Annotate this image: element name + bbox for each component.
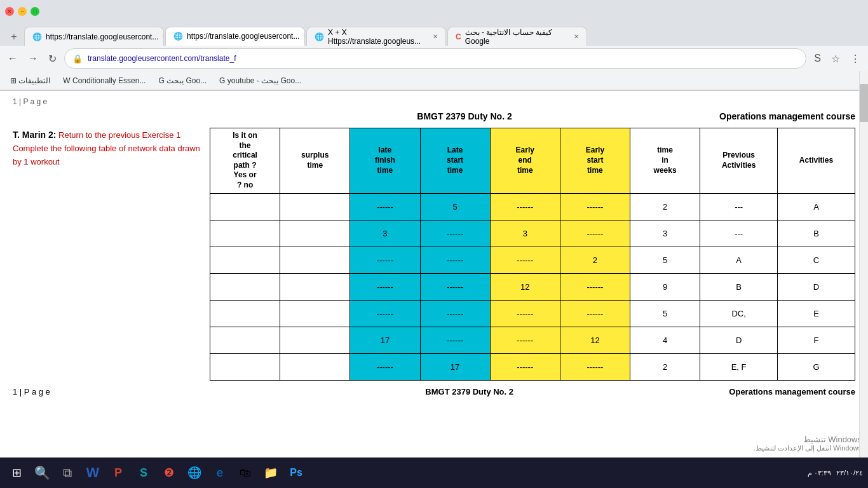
scrollbar-thumb[interactable] (860, 84, 868, 122)
refresh-button[interactable]: ↻ (46, 50, 59, 67)
cell-critical (210, 247, 280, 273)
page-footer: 1 | P a g e (13, 387, 50, 396)
task-label: T. Marin 2: (13, 130, 56, 140)
cell-early_start: 2 (560, 247, 630, 273)
cell-activities: C (778, 247, 855, 273)
tab-favicon: 🌐 (173, 32, 183, 41)
taskbar-taskview[interactable]: ⧉ (56, 461, 79, 484)
cell-time_weeks: 3 (630, 220, 700, 247)
tab-label: كيفية حساب الانتاجية - بحث Google (465, 28, 570, 46)
bookmark-apps[interactable]: ⊞ التطبيقات (5, 75, 55, 86)
title-bar: ✕ − □ (0, 0, 868, 23)
tab-1[interactable]: 🌐 https://translate.googleusercont... ✕ (24, 27, 164, 46)
cell-prev_activities: A (700, 247, 778, 273)
window-controls: ✕ − □ (5, 7, 39, 16)
cell-early_start: ------ (560, 300, 630, 327)
menu-button[interactable]: ⋮ (848, 50, 863, 67)
taskbar-word[interactable]: W (81, 461, 104, 484)
cell-early_end: ------ (490, 353, 560, 380)
header-time-weeks: timeinweeks (630, 128, 700, 194)
cell-early_end: ------ (490, 300, 560, 327)
url-box[interactable]: 🔒 translate.googleusercontent.com/transl… (64, 48, 806, 69)
windows-activation: تنشيط Windows .انتقل إلى الإعدادت لتنشيط… (754, 435, 862, 452)
taskbar: ⊞ 🔍 ⧉ W P S ❷ 🌐 e 🛍 📁 (0, 458, 868, 488)
close-button[interactable]: ✕ (5, 7, 14, 16)
cell-prev_activities: --- (700, 220, 778, 247)
cell-surplus (280, 300, 350, 327)
cell-critical (210, 220, 280, 247)
url-text: translate.googleusercontent.com/translat… (88, 54, 798, 63)
tab-favicon: 🌐 (315, 32, 324, 41)
start-button[interactable]: ⊞ (5, 461, 28, 484)
cell-late_finish: ------ (350, 353, 420, 380)
cell-late_finish: ------ (350, 300, 420, 327)
bookmarks-bar: ⊞ التطبيقات W Conditionally Essen... G ي… (0, 71, 868, 90)
maximize-button[interactable]: □ (31, 7, 39, 16)
tab-close-icon[interactable]: ✕ (303, 33, 305, 40)
taskbar-store[interactable]: 🛍 (234, 461, 257, 484)
minimize-button[interactable]: − (18, 7, 27, 16)
header-early-start: Earlystarttime (560, 128, 630, 194)
scrollbar-right[interactable] (859, 71, 868, 458)
cell-late_start: 17 (420, 353, 490, 380)
cell-early_end: 3 (490, 220, 560, 247)
cell-early_end: 12 (490, 273, 560, 300)
cell-activities: D (778, 273, 855, 300)
cell-time_weeks: 4 (630, 327, 700, 353)
cell-prev_activities: DC, (700, 300, 778, 327)
windows-activation-line1: تنشيط Windows (754, 435, 862, 444)
address-bar: ← → ↻ 🔒 translate.googleusercontent.com/… (0, 46, 868, 71)
tab-close-icon[interactable]: ✕ (574, 33, 579, 40)
taskbar-chrome[interactable]: 🌐 (183, 461, 206, 484)
cell-prev_activities: --- (700, 193, 778, 220)
tab-close-icon[interactable]: ✕ (162, 33, 164, 40)
cell-time_weeks: 5 (630, 300, 700, 327)
cell-late_start: ------ (420, 247, 490, 273)
back-button[interactable]: ← (5, 50, 20, 67)
cell-surplus (280, 353, 350, 380)
taskbar-app2[interactable]: ❷ (158, 461, 180, 484)
cell-early_start: ------ (560, 273, 630, 300)
table-header-row: Is it onthecriticalpath ?Yes or? no surp… (210, 128, 855, 194)
cell-early_end: ------ (490, 193, 560, 220)
taskbar-photoshop[interactable]: Ps (285, 461, 308, 484)
cell-late_finish: 3 (350, 220, 420, 247)
cell-surplus (280, 327, 350, 353)
taskbar-powerpoint[interactable]: P (107, 461, 130, 484)
table-row: 3------3------3---B (210, 220, 855, 247)
tab-2[interactable]: 🌐 https://translate.googleusercont... ✕ (165, 27, 305, 46)
tab-4[interactable]: C كيفية حساب الانتاجية - بحث Google ✕ (447, 27, 587, 46)
tab-close-icon[interactable]: ✕ (433, 33, 438, 40)
header-late-finish: latefinishtime (350, 128, 420, 194)
bookmark-youtube[interactable]: G youtube - يبحث Goo... (214, 75, 306, 86)
footer-title-center: BMGT 2379 Duty No. 2 (425, 387, 513, 396)
tab-favicon: 🌐 (32, 32, 42, 41)
star-button[interactable]: ☆ (829, 50, 843, 67)
taskbar-file-explorer[interactable]: 📁 (259, 461, 282, 484)
taskbar-right: ٠٣:٣٩ م ٢٣/١٠/٢٤ (808, 469, 863, 477)
windows-activation-line2: .انتقل إلى الإعدادت لتنشيط Windows (754, 444, 862, 452)
cell-late_finish: ------ (350, 193, 420, 220)
new-tab-button[interactable]: + (5, 28, 23, 46)
profile-button[interactable]: S (811, 50, 824, 67)
cell-prev_activities: E, F (700, 353, 778, 380)
forward-button[interactable]: → (25, 50, 41, 67)
taskbar-edge[interactable]: e (208, 461, 231, 484)
bookmark-conditionally[interactable]: W Conditionally Essen... (58, 75, 151, 86)
cell-surplus (280, 193, 350, 220)
tab-3[interactable]: 🌐 X + X Https://translate.googleus... ✕ (306, 27, 446, 46)
cell-early_start: ------ (560, 353, 630, 380)
taskbar-search[interactable]: 🔍 (31, 461, 53, 484)
header-late-start: Latestarttime (420, 128, 490, 194)
taskbar-time: ٠٣:٣٩ م (808, 469, 831, 477)
taskbar-sway[interactable]: S (132, 461, 155, 484)
cell-critical (210, 273, 280, 300)
left-text-panel: T. Marin 2: Return to the previous Exerc… (13, 128, 210, 381)
page-content: 1 | P a g e BMGT 2379 Duty No. 2 Operati… (0, 91, 868, 488)
cell-late_start: ------ (420, 220, 490, 247)
cell-critical (210, 353, 280, 380)
document-title-center: BMGT 2379 Duty No. 2 (210, 111, 719, 121)
tab-bar: + 🌐 https://translate.googleusercont... … (0, 23, 868, 46)
cell-critical (210, 327, 280, 353)
bookmark-google[interactable]: G يبحث Goo... (153, 75, 212, 86)
